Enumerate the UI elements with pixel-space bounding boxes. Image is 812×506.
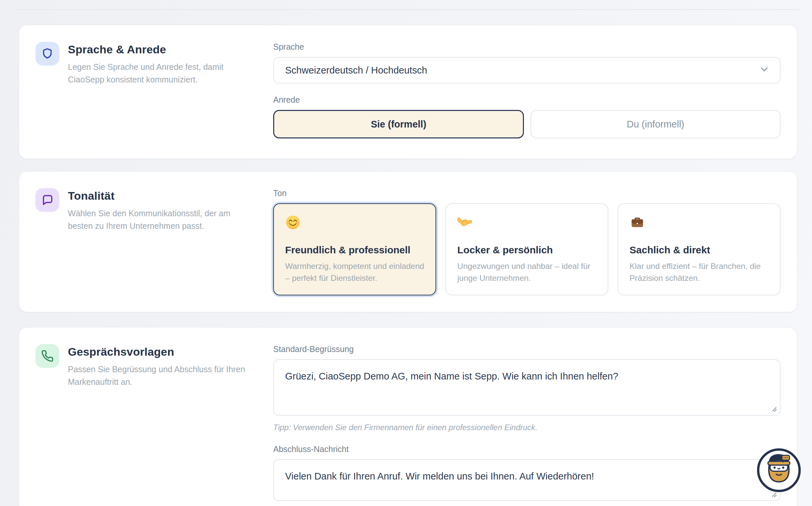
tone-field-label: Ton	[273, 188, 781, 198]
templates-card-title: Gesprächsvorlagen	[68, 345, 253, 358]
tonality-card: Tonalität Wählen Sie den Kommunikationss…	[18, 171, 797, 312]
greeting-tip: Tipp: Verwenden Sie den Firmennamen für …	[273, 423, 781, 432]
salutation-segmented-control: Sie (formell) Du (informell)	[273, 110, 781, 139]
greeting-textarea-wrap: Grüezi, CiaoSepp Demo AG, mein Name ist …	[273, 359, 781, 416]
closing-textarea-wrap: Vielen Dank für Ihren Anruf. Wir melden …	[273, 459, 781, 501]
salutation-field-label: Anrede	[273, 95, 781, 105]
conversation-templates-card: Gesprächsvorlagen Passen Sie Begrüssung …	[18, 327, 797, 506]
language-field-label: Sprache	[273, 42, 781, 52]
language-card-description: Legen Sie Sprache und Anrede fest, damit…	[68, 61, 253, 86]
language-card-texts: Sprache & Anrede Legen Sie Sprache und A…	[68, 42, 253, 86]
tone-option-title: Sachlich & direkt	[630, 244, 769, 256]
closing-field-label: Abschluss-Nachricht	[273, 444, 781, 454]
tonality-card-description: Wählen Sie den Kommunikationsstil, der a…	[68, 207, 253, 232]
top-divider	[18, 9, 799, 10]
language-salutation-card: Sprache & Anrede Legen Sie Sprache und A…	[18, 25, 797, 159]
language-select-value: Schweizerdeutsch / Hochdeutsch	[285, 65, 427, 76]
sepp-mascot-avatar[interactable]	[756, 447, 802, 493]
resize-handle-icon[interactable]	[771, 406, 778, 413]
templates-card-description: Passen Sie Begrüssung und Abschluss für …	[68, 363, 253, 388]
tone-option-friendly[interactable]: Freundlich & professionell Warmherzig, k…	[273, 203, 436, 296]
tonality-card-texts: Tonalität Wählen Sie den Kommunikationss…	[68, 188, 253, 232]
briefcase-emoji	[630, 215, 769, 231]
tone-option-title: Locker & persönlich	[457, 244, 597, 256]
tonality-card-header: Tonalität Wählen Sie den Kommunikationss…	[35, 188, 273, 296]
tone-option-direct[interactable]: Sachlich & direkt Klar und effizient – f…	[618, 203, 781, 296]
salutation-informal-button[interactable]: Du (informell)	[531, 110, 781, 139]
tone-option-description: Warmherzig, kompetent und einladend – pe…	[285, 260, 424, 284]
closing-textarea[interactable]: Vielen Dank für Ihren Anruf. Wir melden …	[273, 459, 781, 501]
tone-option-description: Ungezwungen und nahbar – ideal für junge…	[457, 260, 597, 284]
language-select[interactable]: Schweizerdeutsch / Hochdeutsch	[273, 57, 781, 83]
smiling-face-emoji	[285, 215, 424, 231]
templates-card-header: Gesprächsvorlagen Passen Sie Begrüssung …	[35, 344, 273, 496]
tone-options: Freundlich & professionell Warmherzig, k…	[273, 203, 781, 296]
tone-option-casual[interactable]: Locker & persönlich Ungezwungen und nahb…	[445, 203, 608, 296]
chevron-down-icon	[759, 64, 770, 77]
speech-bubble-icon	[35, 188, 59, 212]
phone-icon	[35, 344, 59, 368]
greeting-field-label: Standard-Begrüssung	[273, 344, 781, 354]
tone-option-title: Freundlich & professionell	[285, 244, 424, 256]
call-me-hand-emoji	[457, 215, 597, 231]
greeting-textarea[interactable]: Grüezi, CiaoSepp Demo AG, mein Name ist …	[273, 359, 781, 416]
shield-icon	[35, 42, 59, 66]
templates-card-texts: Gesprächsvorlagen Passen Sie Begrüssung …	[68, 344, 253, 388]
salutation-formal-button[interactable]: Sie (formell)	[273, 110, 524, 139]
tone-option-description: Klar und effizient – für Branchen, die P…	[630, 260, 769, 284]
language-card-title: Sprache & Anrede	[68, 43, 253, 56]
settings-page: { "cards": { "language": { "title": "Spr…	[0, 0, 812, 506]
language-card-header: Sprache & Anrede Legen Sie Sprache und A…	[35, 42, 273, 142]
tonality-card-title: Tonalität	[68, 189, 253, 202]
